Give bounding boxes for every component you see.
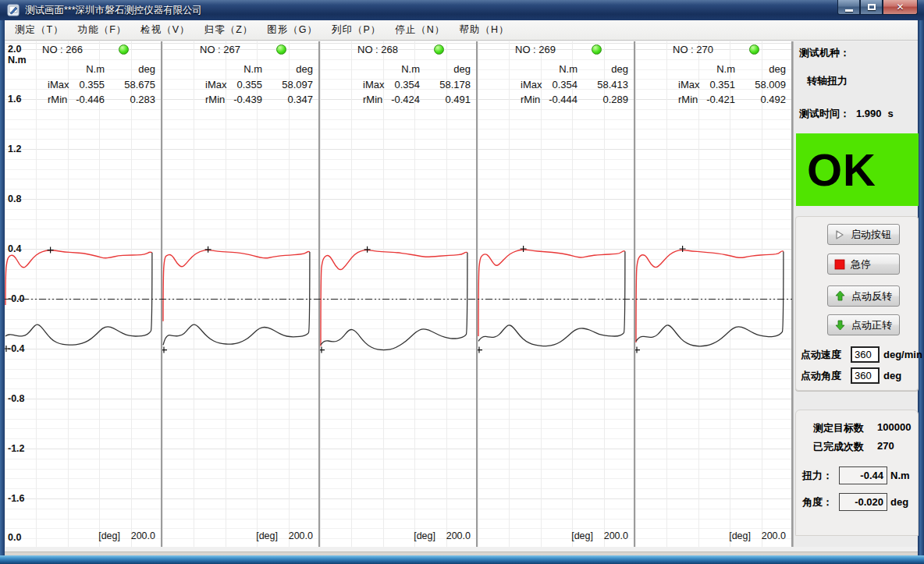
rmin-nm-value: -0.444 — [523, 94, 578, 105]
counter-panel: 测定目标数100000 已完成次数270 扭力：-0.44N.m 角度：-0.0… — [795, 410, 919, 536]
close-icon: ✕ — [896, 2, 904, 12]
rmin-deg-value: 0.492 — [737, 94, 786, 105]
unit-nm-header: N.m — [523, 63, 578, 75]
angle-unit: deg — [890, 496, 908, 508]
stop-icon — [834, 259, 845, 270]
rmin-nm-value: -0.446 — [50, 94, 105, 105]
start-button[interactable]: 启动按钮 — [827, 224, 900, 245]
completed-count-label: 已完成次数 — [813, 440, 864, 454]
completed-count-value: 270 — [877, 440, 894, 452]
start-button-label: 启动按钮 — [851, 228, 891, 242]
panel-no-label: NO : 270 — [673, 44, 713, 55]
window-frame-bottom — [0, 555, 924, 564]
torque-unit: N.m — [890, 470, 910, 481]
jog-forward-label: 点动正转 — [851, 318, 892, 332]
torque-curve-plot — [320, 41, 478, 547]
minimize-button[interactable] — [837, 0, 860, 15]
y-axis-tick-label: -0.4 — [8, 343, 25, 354]
torque-curve-plot — [5, 41, 162, 547]
title-bar: 测试画面***深圳市磐石测控仪器有限公司 ✕ — [0, 0, 924, 20]
unit-nm-header: N.m — [681, 63, 735, 75]
y-axis-unit-label: N.m — [8, 55, 27, 66]
panel-no-label: NO : 267 — [200, 44, 240, 55]
x-axis-end-label: 200.0 — [604, 530, 628, 541]
close-button[interactable]: ✕ — [883, 0, 918, 15]
jog-angle-input[interactable] — [851, 367, 880, 384]
x-axis-end-label: 200.0 — [131, 530, 155, 541]
maximize-icon — [868, 4, 876, 10]
app-icon — [7, 4, 20, 16]
angle-value-display: -0.020 — [839, 493, 887, 511]
y-axis-tick-label: -1.2 — [8, 443, 25, 454]
rmin-nm-value: -0.439 — [208, 94, 262, 105]
jog-speed-row: 点动速度deg/min — [801, 346, 918, 364]
rmin-deg-value: 0.347 — [265, 94, 313, 105]
imax-deg-value: 58.675 — [107, 79, 155, 90]
rmin-nm-value: -0.424 — [365, 94, 420, 105]
window-frame-right — [918, 20, 924, 555]
jog-speed-label: 点动速度 — [801, 348, 851, 362]
jog-reverse-button[interactable]: 点动反转 — [827, 286, 900, 307]
status-led-icon — [592, 44, 602, 55]
x-axis-unit-label: [deg] — [414, 530, 435, 541]
imax-nm-value: 0.355 — [50, 79, 105, 90]
test-panel: NO : 270 N.mdeg iMax0.35158.009 rMin-0.4… — [635, 41, 793, 547]
y-axis-tick-label: 1.6 — [8, 94, 21, 105]
angle-label: 角度： — [802, 495, 839, 509]
jog-speed-unit: deg/min — [883, 349, 922, 360]
arrow-up-icon — [834, 290, 846, 302]
angle-readout-row: 角度：-0.020deg — [802, 493, 908, 511]
jog-speed-input[interactable] — [851, 346, 880, 363]
x-axis-unit-label: [deg] — [98, 530, 120, 541]
menu-item-measure[interactable]: 测定（T） — [8, 20, 71, 40]
y-axis-tick-label: 0.8 — [8, 193, 21, 204]
test-panel: NO : 269 N.mdeg iMax0.35458.413 rMin-0.4… — [478, 41, 635, 547]
imax-deg-value: 58.097 — [265, 79, 313, 90]
x-axis-unit-label: [deg] — [571, 530, 593, 541]
minimize-icon — [845, 9, 853, 12]
imax-deg-value: 58.178 — [422, 79, 471, 90]
stop-button-label: 急停 — [851, 257, 871, 271]
control-button-panel: 启动按钮 急停 点动反转 点动正转 点动速度deg — [795, 216, 919, 391]
panel-no-label: NO : 269 — [515, 44, 556, 55]
imax-deg-value: 58.413 — [580, 79, 628, 90]
imax-nm-value: 0.355 — [208, 79, 262, 90]
torque-label: 扭力： — [802, 469, 839, 483]
status-led-icon — [276, 44, 286, 55]
jog-angle-row: 点动角度deg — [801, 367, 918, 385]
panel-no-label: NO : 268 — [357, 44, 398, 55]
menu-item-zero[interactable]: 归零（Z） — [197, 20, 261, 40]
jog-angle-unit: deg — [883, 370, 901, 381]
menu-bar: 测定（T） 功能（F） 检视（V） 归零（Z） 图形（G） 列印（P） 停止（N… — [5, 20, 918, 41]
unit-deg-header: deg — [737, 63, 786, 75]
window-title: 测试画面***深圳市磐石测控仪器有限公司 — [25, 4, 202, 17]
result-indicator: OK — [796, 133, 919, 206]
unit-nm-header: N.m — [365, 63, 420, 75]
test-time-value: 1.990 — [856, 108, 882, 119]
torque-curve-plot — [478, 41, 635, 547]
x-axis-end-label: 200.0 — [446, 530, 471, 541]
menu-item-graph[interactable]: 图形（G） — [260, 20, 325, 40]
y-axis-tick-label: 0.4 — [8, 243, 21, 254]
jog-forward-button[interactable]: 点动正转 — [827, 314, 900, 335]
test-panel: NO : 267 N.mdeg iMax0.35558.097 rMin-0.4… — [162, 41, 320, 547]
torque-curve-plot — [635, 41, 793, 547]
menu-item-help[interactable]: 帮助（H） — [452, 20, 516, 40]
status-led-icon — [749, 44, 759, 55]
maximize-button[interactable] — [860, 0, 883, 15]
unit-deg-header: deg — [580, 63, 628, 75]
imax-nm-value: 0.351 — [681, 79, 735, 90]
menu-item-function[interactable]: 功能（F） — [71, 20, 134, 40]
menu-item-print[interactable]: 列印（P） — [325, 20, 388, 40]
window-controls: ✕ — [837, 0, 918, 15]
unit-nm-header: N.m — [208, 63, 262, 75]
app-window: 测试画面***深圳市磐石测控仪器有限公司 ✕ 测定（T） 功能（F） 检视（V）… — [0, 0, 924, 564]
menu-item-view[interactable]: 检视（V） — [133, 20, 197, 40]
torque-value-display: -0.44 — [839, 466, 887, 484]
sidebar: 测试机种： 转轴扭力 测试时间：1.990s OK 启动按钮 急停 — [793, 41, 918, 547]
menu-item-stop[interactable]: 停止（N） — [388, 20, 452, 40]
x-axis-unit-label: [deg] — [256, 530, 278, 541]
machine-type-label: 测试机种： — [799, 46, 850, 60]
test-time-label: 测试时间： — [799, 108, 850, 119]
emergency-stop-button[interactable]: 急停 — [827, 254, 900, 275]
